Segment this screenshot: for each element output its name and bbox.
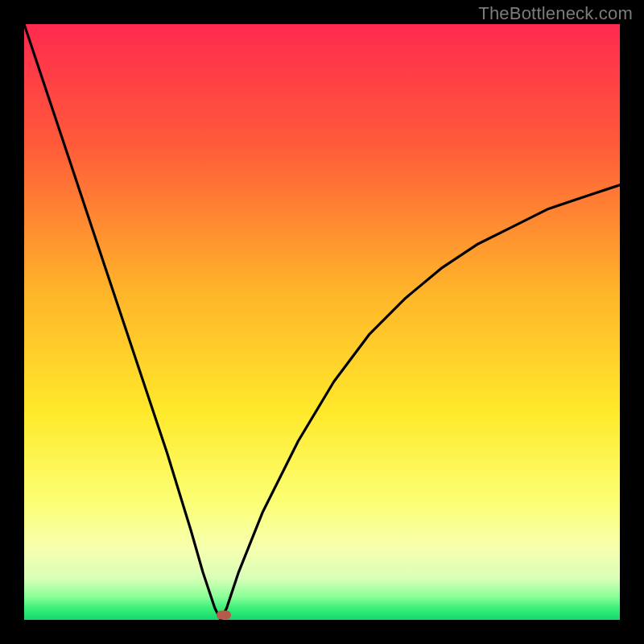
- plot-area: [24, 24, 620, 620]
- bottleneck-curve: [24, 24, 620, 620]
- chart-frame: TheBottleneck.com: [0, 0, 644, 644]
- watermark-text: TheBottleneck.com: [478, 3, 633, 24]
- minimum-marker: [217, 611, 231, 620]
